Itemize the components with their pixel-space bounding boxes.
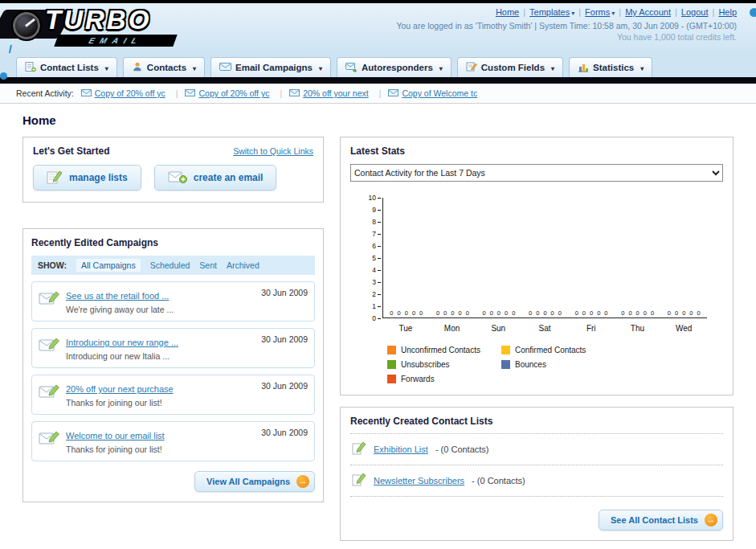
filter-archived[interactable]: Archived [227,260,259,270]
create-email-button[interactable]: create an email [154,165,277,191]
tab-contacts[interactable]: Contacts [123,57,205,77]
legend-swatch [387,375,396,383]
chart-value-label: 0 [443,309,447,317]
nav-link-help[interactable]: Help [718,7,737,17]
nav-separator [709,7,719,17]
chart-bar-group: 00000 [383,309,430,318]
latest-stats-panel: Latest Stats Contact Activity for the La… [340,137,734,395]
campaign-title-link[interactable]: Introducing our new range ... [66,338,178,347]
left-column: Let's Get Started Switch to Quick Links … [22,137,324,502]
decorative-dot-right [750,8,756,17]
stats-period-select[interactable]: Contact Activity for the Last 7 Days [350,164,723,182]
chart-x-label: Sat [521,318,568,333]
campaign-date: 30 Jun 2009 [261,381,308,391]
envelope-icon [81,88,92,98]
recent-activity-label: Recent Activity: [16,88,74,98]
chart-y-tick-label: 10 [369,194,381,202]
legend-label: Bounces [515,360,546,369]
chevron-down-icon [437,63,443,72]
tab-custom-fields[interactable]: Custom Fields [457,57,563,77]
right-column: Latest Stats Contact Activity for the La… [340,137,734,541]
tab-label: Contacts [147,63,186,72]
chart-y-tick-label: 7 [372,230,381,238]
nav-link-templates[interactable]: Templates [529,7,574,17]
campaign-date: 30 Jun 2009 [261,428,308,437]
nav-separator [519,7,529,17]
chart-value-label: 0 [490,309,493,317]
recent-activity-item[interactable]: Copy of 20% off yc [185,88,282,98]
chart-value-label: 0 [398,309,401,317]
chart-bar-group: 00000 [568,309,615,318]
filter-scheduled[interactable]: Scheduled [150,260,190,270]
chart-y-tick-label: 9 [372,206,381,214]
legend-item: Forwards [387,375,501,383]
get-started-panel: Let's Get Started Switch to Quick Links … [22,137,324,203]
chart-value-label: 0 [512,309,515,317]
chart-value-label: 0 [483,309,486,317]
nav-link-logout[interactable]: Logout [681,7,709,17]
chart-y-tick-label: 0 [372,314,381,322]
get-started-title: Let's Get Started [33,145,110,157]
contact-list-link[interactable]: Exhibition List [374,445,428,454]
chart-value-label: 0 [689,309,693,317]
tab-contact-lists[interactable]: Contact Lists [16,57,117,77]
chevron-down-icon [103,63,108,72]
switch-quick-links-link[interactable]: Switch to Quick Links [233,146,313,156]
chart-x-label: Fri [568,318,615,333]
chart-value-label: 0 [575,309,578,317]
nav-separator [671,7,681,17]
chart-value-label: 0 [590,309,593,317]
nav-link-my-account[interactable]: My Account [625,7,671,17]
tab-autoresponders[interactable]: Autoresponders [337,57,452,77]
recent-campaigns-title: Recently Edited Campaigns [31,237,315,248]
campaign-subtitle: Introducing our new Italia ... [66,351,261,361]
main-content: Home Let's Get Started Switch to Quick L… [0,104,756,549]
chart-value-label: 0 [436,309,439,317]
contacts-icon [132,61,143,74]
brand-logo[interactable]: TURBO EMAIL [3,5,204,51]
tab-label: Custom Fields [481,63,545,72]
legend-item: Unsubscribes [387,360,501,369]
login-info: You are logged in as 'Timothy Smith' | S… [396,21,737,31]
campaign-title-link[interactable]: 20% off your next purchase [66,384,174,394]
decorative-dot-left [0,72,7,80]
chart-x-label: Wed [660,318,707,333]
see-all-contact-lists-button[interactable]: See All Contact Lists [599,510,723,531]
contact-list-link[interactable]: Newsletter Subscribers [374,476,464,485]
chart-value-label: 0 [405,309,408,317]
recent-activity-item[interactable]: Copy of 20% off yc [81,88,178,98]
envelope-icon [289,88,300,98]
chart-value-label: 0 [419,309,423,317]
view-all-campaigns-button[interactable]: View All Campaigns [194,471,315,492]
chart-value-label: 0 [682,309,685,317]
chart-x-label: Mon [429,318,476,333]
legend-swatch [501,346,510,354]
contact-list-row: Newsletter Subscribers - (0 Contacts) [350,465,723,496]
autoresponders-icon [345,62,358,74]
chart-value-label: 0 [543,309,546,317]
recent-campaigns-panel: Recently Edited Campaigns SHOW: All Camp… [22,228,324,502]
chart-bar-group: 00000 [615,309,661,318]
chart-legend: Unconfirmed ContactsConfirmed ContactsUn… [387,346,723,383]
chart-plot: 00000000000000000000000000000000000 [382,198,707,318]
header: TURBO EMAIL HomeTemplatesFormsMy Account… [0,3,756,53]
filter-all-campaigns[interactable]: All Campaigns [76,259,141,272]
chart-value-label: 0 [536,309,539,317]
campaign-title-link[interactable]: Welcome to our email list [66,431,165,440]
nav-separator [574,7,585,17]
contact-list-count: - (0 Contacts) [435,445,489,454]
contact-list-count: - (0 Contacts) [472,476,525,485]
campaign-title-link[interactable]: See us at the retail food ... [66,291,169,301]
recent-contact-lists-title: Recently Created Contact Lists [350,416,723,427]
tab-label: Autoresponders [362,63,433,72]
tab-statistics[interactable]: Statistics [569,57,652,77]
nav-link-forms[interactable]: Forms [585,7,615,17]
manage-lists-button[interactable]: manage lists [33,165,141,191]
recent-activity-item[interactable]: Copy of Welcome tc [388,88,477,98]
nav-link-home[interactable]: Home [496,7,519,17]
filter-sent[interactable]: Sent [199,260,217,270]
legend-label: Unconfirmed Contacts [401,346,480,354]
recent-activity-item[interactable]: 20% off your next [289,88,381,98]
arrow-right-icon [705,514,717,526]
tab-email-campaigns[interactable]: Email Campaigns [210,57,331,77]
